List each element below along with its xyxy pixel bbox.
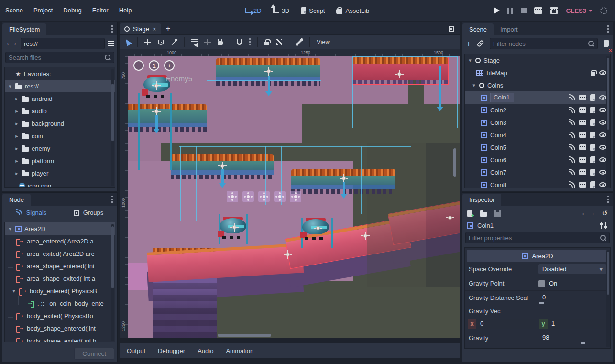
new-scene-tab-button[interactable]: + (166, 24, 171, 33)
filter-nodes-box[interactable] (490, 38, 598, 49)
skeleton-options-icon[interactable] (297, 39, 303, 45)
visibility-icon[interactable] (599, 132, 606, 137)
signal-icon[interactable] (569, 169, 575, 176)
visibility-icon[interactable] (599, 170, 606, 175)
play-scene-button[interactable] (534, 7, 542, 14)
script-icon[interactable] (590, 169, 595, 176)
gravity-field[interactable]: 98 (538, 332, 606, 343)
distraction-free-icon[interactable] (449, 26, 454, 32)
scene-node-coin4[interactable]: Coin4 (465, 129, 610, 141)
scene-node-coin1[interactable]: Coin1 (465, 91, 610, 104)
display-mode-icon[interactable] (108, 41, 114, 46)
history-icon[interactable]: ↺ (602, 209, 608, 218)
pause-button[interactable] (507, 8, 513, 14)
scene-node-coin5[interactable]: Coin5 (465, 141, 610, 154)
tab-import[interactable]: Import (494, 23, 525, 35)
open-scene-icon[interactable] (579, 144, 586, 150)
view-menu[interactable]: View (317, 38, 330, 45)
signals-scrollbar[interactable] (111, 224, 114, 341)
open-scene-icon[interactable] (579, 132, 586, 138)
tree-item-player[interactable]: ▸player (5, 167, 115, 179)
filter-nodes-input[interactable] (493, 40, 588, 47)
visibility-icon[interactable] (599, 120, 606, 125)
menu-project[interactable]: Project (28, 5, 58, 16)
gravity-distance-field[interactable]: 0 (538, 292, 606, 303)
script-icon[interactable] (590, 107, 595, 113)
tree-item-enemy[interactable]: ▸enemy (5, 142, 115, 154)
signal-root-area2d[interactable]: ▾Area2D (5, 222, 115, 235)
signal-icon[interactable] (569, 107, 575, 113)
panel-menu-icon[interactable] (111, 25, 113, 33)
visibility-icon[interactable] (599, 70, 606, 75)
object-tools-icon[interactable] (601, 222, 606, 229)
filesystem-scrollbar[interactable] (111, 69, 114, 186)
scene-node-coin7[interactable]: Coin7 (465, 166, 610, 178)
signal-row[interactable]: body_shape_exited( int b (5, 334, 115, 342)
lock-icon[interactable] (591, 72, 595, 76)
scene-node-stage[interactable]: ▾Stage (465, 54, 610, 66)
load-resource-button[interactable] (480, 212, 487, 217)
canvas-h-scrollbar[interactable] (218, 334, 271, 337)
nav-forward-button[interactable]: › (13, 41, 18, 46)
script-icon[interactable] (590, 132, 595, 138)
script-icon[interactable] (590, 119, 595, 126)
move-gizmo[interactable] (314, 224, 322, 232)
close-icon[interactable]: × (153, 25, 156, 33)
move-gizmo[interactable] (361, 232, 370, 240)
pan-tool-icon[interactable] (218, 41, 223, 45)
script-icon[interactable] (590, 181, 595, 188)
history-forward-button[interactable]: › (592, 210, 594, 217)
signal-icon[interactable] (569, 182, 575, 188)
category-area2d[interactable]: Area2D (467, 250, 608, 262)
scene-node-coin2[interactable]: Coin2 (465, 104, 610, 116)
workspace-script[interactable]: Script (295, 5, 330, 16)
lock-object-icon[interactable] (264, 42, 269, 45)
open-scene-icon[interactable] (579, 120, 586, 125)
coin-sprite[interactable] (242, 191, 254, 202)
snap-toggle-icon[interactable] (237, 39, 242, 45)
signal-row[interactable]: area_shape_exited( int a (5, 272, 115, 285)
tree-item-background[interactable]: ▸background (5, 117, 115, 130)
visibility-icon[interactable] (599, 182, 606, 187)
zoom-in-button[interactable]: + (164, 60, 175, 71)
open-scene-icon[interactable] (579, 157, 586, 163)
gravity-vec-x-field[interactable]: x0 (468, 319, 536, 329)
signal-row[interactable]: area_exited( Area2D are (5, 247, 115, 260)
panel-menu-icon[interactable] (111, 196, 113, 203)
signal-row[interactable]: area_shape_entered( int (5, 260, 115, 272)
new-resource-button[interactable] (467, 210, 472, 217)
tab-output[interactable]: Output (127, 347, 145, 354)
scene-node-coin6[interactable]: Coin6 (465, 154, 610, 166)
tree-item-platform[interactable]: ▸platform (5, 154, 115, 167)
connect-button[interactable]: Connect (74, 348, 114, 360)
visibility-icon[interactable] (599, 95, 606, 100)
menu-editor[interactable]: Editor (87, 5, 114, 16)
update-spinner-icon[interactable] (600, 7, 607, 14)
clear-script-button[interactable] (604, 40, 609, 47)
menu-scene[interactable]: Scene (0, 5, 28, 16)
signal-row[interactable]: area_entered( Area2D a (5, 235, 115, 247)
signal-icon[interactable] (569, 120, 575, 126)
play-button[interactable] (494, 7, 500, 14)
group-object-icon[interactable] (276, 39, 282, 45)
signal-icon[interactable] (569, 157, 575, 163)
script-icon[interactable] (590, 94, 595, 101)
tab-filesystem[interactable]: FileSystem (2, 23, 46, 35)
move-gizmo[interactable] (230, 223, 239, 232)
tree-item-android[interactable]: ▸android (5, 92, 115, 105)
tab-audio[interactable]: Audio (198, 347, 213, 354)
open-scene-icon[interactable] (579, 169, 586, 175)
coin-sprite[interactable] (290, 191, 301, 202)
filter-properties-input[interactable] (469, 234, 600, 242)
gravity-point-checkbox[interactable] (538, 280, 545, 287)
menu-help[interactable]: Help (114, 5, 137, 16)
space-override-dropdown[interactable]: Disabled▾ (538, 264, 606, 274)
scene-node-tilemap[interactable]: TileMap (465, 66, 610, 79)
linear-damp-field[interactable]: 0.1 (538, 347, 606, 349)
canvas-v-scrollbar[interactable] (453, 148, 456, 177)
visibility-icon[interactable] (599, 145, 606, 150)
tree-item-favorites[interactable]: ★Favorites: (5, 67, 115, 80)
tab-debugger[interactable]: Debugger (158, 347, 185, 354)
tab-scene[interactable]: Scene (462, 23, 494, 35)
workspace-3d[interactable]: 3D (267, 5, 296, 16)
